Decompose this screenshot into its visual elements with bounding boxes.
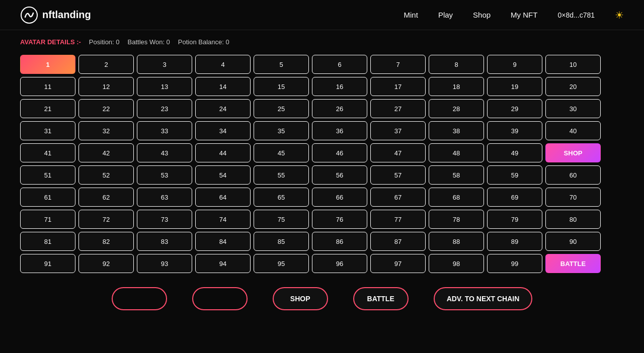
board-cell-5[interactable]: 5 xyxy=(254,55,309,74)
board-cell-64[interactable]: 64 xyxy=(195,188,251,207)
board-cell-80[interactable]: 80 xyxy=(545,210,601,229)
board-cell-67[interactable]: 67 xyxy=(370,188,426,207)
board-cell-19[interactable]: 19 xyxy=(487,77,542,96)
board-cell-45[interactable]: 45 xyxy=(254,143,309,162)
board-cell-29[interactable]: 29 xyxy=(487,99,542,118)
board-cell-60[interactable]: 60 xyxy=(545,165,601,185)
board-cell-47[interactable]: 47 xyxy=(370,143,426,162)
board-cell-17[interactable]: 17 xyxy=(370,77,426,96)
board-cell-53[interactable]: 53 xyxy=(137,165,192,185)
board-cell-81[interactable]: 81 xyxy=(20,232,75,251)
board-cell-90[interactable]: 90 xyxy=(545,232,601,251)
board-cell-52[interactable]: 52 xyxy=(78,165,134,185)
board-cell-40[interactable]: 40 xyxy=(545,121,601,140)
board-cell-87[interactable]: 87 xyxy=(370,232,426,251)
board-cell-86[interactable]: 86 xyxy=(312,232,367,251)
board-cell-26[interactable]: 26 xyxy=(312,99,367,118)
bottom-adv-button[interactable]: ADV. TO NEXT CHAIN xyxy=(434,287,533,310)
bottom-btn-2[interactable] xyxy=(192,287,248,310)
board-cell-82[interactable]: 82 xyxy=(78,232,134,251)
board-cell-63[interactable]: 63 xyxy=(137,188,192,207)
board-cell-25[interactable]: 25 xyxy=(254,99,309,118)
board-cell-77[interactable]: 77 xyxy=(370,210,426,229)
board-cell-70[interactable]: 70 xyxy=(545,188,601,207)
board-cell-69[interactable]: 69 xyxy=(487,188,542,207)
board-cell-74[interactable]: 74 xyxy=(195,210,251,229)
board-cell-62[interactable]: 62 xyxy=(78,188,134,207)
board-cell-18[interactable]: 18 xyxy=(429,77,484,96)
board-cell-98[interactable]: 98 xyxy=(429,254,484,273)
board-cell-55[interactable]: 55 xyxy=(254,165,309,185)
board-cell-15[interactable]: 15 xyxy=(254,77,309,96)
board-cell-13[interactable]: 13 xyxy=(137,77,192,96)
board-cell-88[interactable]: 88 xyxy=(429,232,484,251)
board-cell-72[interactable]: 72 xyxy=(78,210,134,229)
board-cell-78[interactable]: 78 xyxy=(429,210,484,229)
board-cell-93[interactable]: 93 xyxy=(137,254,192,273)
board-cell-27[interactable]: 27 xyxy=(370,99,426,118)
board-cell-1[interactable]: 1 xyxy=(20,55,75,74)
board-cell-85[interactable]: 85 xyxy=(254,232,309,251)
board-cell-7[interactable]: 7 xyxy=(370,55,426,74)
board-cell-9[interactable]: 9 xyxy=(487,55,542,74)
board-cell-89[interactable]: 89 xyxy=(487,232,542,251)
board-cell-61[interactable]: 61 xyxy=(20,188,75,207)
board-cell-39[interactable]: 39 xyxy=(487,121,542,140)
board-cell-41[interactable]: 41 xyxy=(20,143,75,162)
board-cell-11[interactable]: 11 xyxy=(20,77,75,96)
board-cell-75[interactable]: 75 xyxy=(254,210,309,229)
bottom-shop-button[interactable]: SHOP xyxy=(273,287,328,310)
board-cell-46[interactable]: 46 xyxy=(312,143,367,162)
board-cell-21[interactable]: 21 xyxy=(20,99,75,118)
board-cell-58[interactable]: 58 xyxy=(429,165,484,185)
board-cell-56[interactable]: 56 xyxy=(312,165,367,185)
board-cell-34[interactable]: 34 xyxy=(195,121,251,140)
bottom-battle-button[interactable]: BATTLE xyxy=(353,287,409,310)
board-cell-33[interactable]: 33 xyxy=(137,121,192,140)
nav-mint[interactable]: Mint xyxy=(404,11,418,19)
board-cell-22[interactable]: 22 xyxy=(78,99,134,118)
board-cell-2[interactable]: 2 xyxy=(78,55,134,74)
board-cell-51[interactable]: 51 xyxy=(20,165,75,185)
board-cell-28[interactable]: 28 xyxy=(429,99,484,118)
board-cell-23[interactable]: 23 xyxy=(137,99,192,118)
board-cell-65[interactable]: 65 xyxy=(254,188,309,207)
board-cell-12[interactable]: 12 xyxy=(78,77,134,96)
board-cell-31[interactable]: 31 xyxy=(20,121,75,140)
board-cell-38[interactable]: 38 xyxy=(429,121,484,140)
board-cell-94[interactable]: 94 xyxy=(195,254,251,273)
board-cell-76[interactable]: 76 xyxy=(312,210,367,229)
board-cell-16[interactable]: 16 xyxy=(312,77,367,96)
board-cell-44[interactable]: 44 xyxy=(195,143,251,162)
board-cell-91[interactable]: 91 xyxy=(20,254,75,273)
board-cell-43[interactable]: 43 xyxy=(137,143,192,162)
board-cell-71[interactable]: 71 xyxy=(20,210,75,229)
board-cell-42[interactable]: 42 xyxy=(78,143,134,162)
theme-toggle-icon[interactable]: ☀ xyxy=(615,9,624,21)
board-cell-79[interactable]: 79 xyxy=(487,210,542,229)
board-cell-50[interactable]: SHOP xyxy=(545,143,601,162)
board-cell-30[interactable]: 30 xyxy=(545,99,601,118)
board-cell-35[interactable]: 35 xyxy=(254,121,309,140)
board-cell-14[interactable]: 14 xyxy=(195,77,251,96)
board-cell-36[interactable]: 36 xyxy=(312,121,367,140)
board-cell-4[interactable]: 4 xyxy=(195,55,251,74)
board-cell-48[interactable]: 48 xyxy=(429,143,484,162)
board-cell-68[interactable]: 68 xyxy=(429,188,484,207)
board-cell-20[interactable]: 20 xyxy=(545,77,601,96)
board-cell-10[interactable]: 10 xyxy=(545,55,601,74)
board-cell-37[interactable]: 37 xyxy=(370,121,426,140)
board-cell-8[interactable]: 8 xyxy=(429,55,484,74)
board-cell-96[interactable]: 96 xyxy=(312,254,367,273)
board-cell-54[interactable]: 54 xyxy=(195,165,251,185)
nav-play[interactable]: Play xyxy=(438,11,453,19)
board-cell-3[interactable]: 3 xyxy=(137,55,192,74)
board-cell-97[interactable]: 97 xyxy=(370,254,426,273)
nav-shop[interactable]: Shop xyxy=(473,11,491,19)
board-cell-83[interactable]: 83 xyxy=(137,232,192,251)
bottom-btn-1[interactable] xyxy=(112,287,167,310)
board-cell-95[interactable]: 95 xyxy=(254,254,309,273)
board-cell-84[interactable]: 84 xyxy=(195,232,251,251)
board-cell-24[interactable]: 24 xyxy=(195,99,251,118)
board-cell-73[interactable]: 73 xyxy=(137,210,192,229)
